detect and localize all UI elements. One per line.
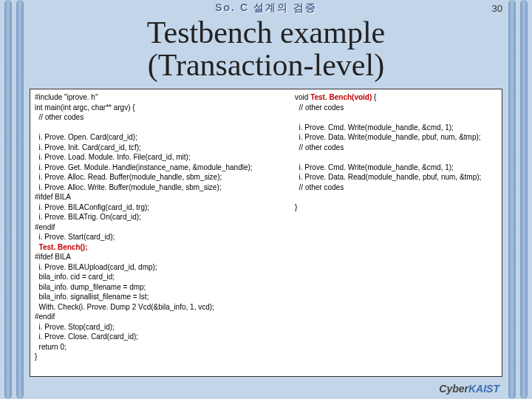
footer-logo: CyberKAIST (439, 383, 499, 395)
code-line: #endif (35, 223, 55, 231)
code-line: // other codes (295, 183, 344, 191)
code-line: i. Prove. Get. Module. Handle(instance_n… (35, 163, 253, 171)
code-line: i. Prove. Cmd. Write(module_handle, &cmd… (295, 123, 454, 132)
code-line: i. Prove. Cmd. Write(module_handle, &cmd… (295, 163, 454, 171)
code-column-left: #include "iprove. h" int main(int argc, … (35, 92, 286, 373)
code-line: #ifdef BILA (35, 193, 71, 201)
title-line-1: Testbench example (147, 16, 385, 50)
code-line: i. Prove. Data. Read(module_handle, pbuf… (295, 173, 481, 181)
code-line: #ifdef BILA (35, 253, 71, 261)
code-line: i. Prove. BILAConfig(card_id, trg); (35, 203, 149, 211)
slide-header: So. C 설계의 검증 (0, 1, 532, 15)
code-line: i. Prove. Open. Card(card_id); (35, 133, 137, 141)
code-line-highlight: Test. Bench(void) (310, 93, 372, 101)
code-line: i. Prove. Load. Module. Info. File(card_… (35, 153, 191, 161)
footer-logo-kaist: KAIST (468, 383, 499, 395)
code-line: // other codes (295, 143, 344, 151)
code-panel: #include "iprove. h" int main(int argc, … (30, 89, 502, 377)
code-column-right: void Test. Bench(void) { // other codes … (295, 92, 497, 373)
code-line: i. Prove. BILATrig. On(card_id); (35, 213, 141, 221)
code-line: bila_info. dump_filename = dmp; (35, 283, 146, 291)
code-line: return 0; (35, 343, 66, 351)
code-line: #include "iprove. h" (35, 93, 98, 101)
code-line: int main(int argc, char** argv) { (35, 103, 135, 112)
code-line: i. Prove. Stop(card_id); (35, 323, 115, 331)
code-line: void (295, 93, 310, 101)
code-line: } (295, 203, 297, 211)
code-line: { (372, 93, 376, 101)
code-line: i. Prove. Alloc. Write. Buffer(module_ha… (35, 183, 222, 191)
code-line: } (35, 352, 37, 361)
code-line: i. Prove. BILAUpload(card_id, dmp); (35, 263, 157, 271)
code-line: // other codes (35, 113, 83, 121)
code-line: i. Prove. Start(card_id); (35, 233, 115, 241)
footer-logo-cyber: Cyber (439, 383, 468, 395)
code-line: bila_info. signallist_filename = lst; (35, 293, 149, 301)
code-line: i. Prove. Alloc. Read. Buffer(module_han… (35, 173, 222, 181)
code-line: i. Prove. Init. Card(card_id, tcf); (35, 143, 141, 151)
code-line: i. Prove. Data. Write(module_handle, pbu… (295, 133, 481, 141)
slide-title: Testbench example (Transaction-level) (0, 16, 532, 81)
code-line: i. Prove. Close. Card(card_id); (35, 332, 138, 341)
code-line: // other codes (295, 103, 344, 112)
code-line: #endif (35, 313, 55, 321)
code-line: bila_info. cid = card_id; (35, 273, 115, 281)
title-line-2: (Transaction-level) (148, 48, 384, 82)
code-line-highlight: Test. Bench(); (35, 243, 87, 251)
code-line: With. Check(i. Prove. Dump 2 Vcd(&bila_i… (35, 303, 214, 311)
